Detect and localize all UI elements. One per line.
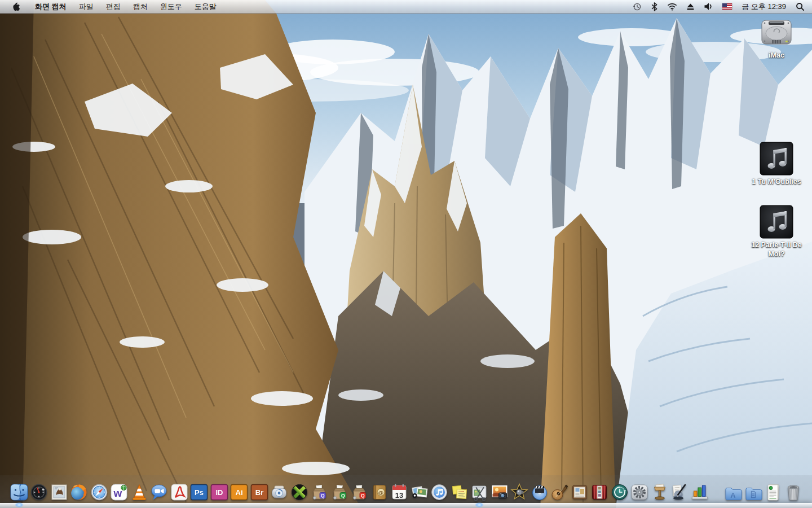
time-machine-menu[interactable] [630, 0, 645, 13]
audio-file-icon [759, 204, 794, 239]
iphoto-icon [410, 483, 429, 502]
svg-text:@: @ [378, 489, 383, 496]
dock-app-itunes[interactable] [429, 479, 449, 503]
dock-app-illustrator[interactable]: Ai [229, 479, 249, 503]
menu-capture[interactable]: 캡처 [127, 0, 154, 13]
dock-app-vlc[interactable] [129, 479, 149, 503]
dock-app-box-q-red[interactable]: Q [349, 479, 369, 503]
input-source-menu[interactable] [720, 0, 735, 13]
menu-help[interactable]: 도움말 [188, 0, 223, 13]
menu-window[interactable]: 윈도우 [154, 0, 188, 13]
dock-app-system-preferences[interactable] [629, 479, 650, 503]
svg-text:Ps: Ps [195, 488, 204, 497]
dock-app-idvd[interactable] [529, 479, 550, 503]
desktop-icon-label: iMac [769, 51, 784, 60]
svg-text:Q: Q [341, 493, 345, 498]
quarkxpress-icon [290, 483, 309, 502]
dock-app-dashboard[interactable] [29, 479, 49, 503]
spotlight-icon [796, 2, 805, 11]
dock-app-pages[interactable] [669, 479, 690, 503]
dock-app-stickies[interactable] [449, 479, 470, 503]
keynote-icon [650, 483, 669, 502]
volume-icon [704, 2, 713, 11]
dock-app-mail[interactable] [49, 479, 69, 503]
dock-app-toast[interactable] [269, 479, 289, 503]
svg-text:13: 13 [395, 491, 403, 500]
dock: w [0, 475, 812, 508]
dock-app-garageband[interactable] [549, 479, 570, 503]
dock-app-iphoto[interactable] [409, 479, 430, 503]
dock-app-imovie[interactable] [509, 479, 529, 503]
dock-app-photo-booth[interactable] [589, 479, 610, 503]
dock-app-quarkxpress[interactable] [289, 479, 310, 503]
menu-clock[interactable]: 금 오후 12:39 [738, 2, 789, 12]
itunes-icon [430, 483, 449, 502]
finder-icon [10, 483, 29, 502]
dock-app-box-q-green[interactable]: Q [329, 479, 350, 503]
dock-app-grab[interactable] [469, 479, 489, 503]
mail-icon [50, 483, 69, 502]
firefox-icon [69, 483, 89, 502]
menu-file[interactable]: 파일 [73, 0, 100, 13]
svg-text:Q: Q [321, 493, 325, 498]
dock-app-photoshop[interactable]: Ps [189, 479, 209, 503]
spotlight-menu[interactable] [793, 0, 807, 13]
dock-app-iweb[interactable] [570, 479, 590, 503]
volume-menu[interactable] [701, 0, 716, 13]
box-q-green-icon: Q [330, 483, 349, 502]
dock-app-image-capture[interactable] [489, 479, 510, 503]
dock-app-acrobat[interactable] [169, 479, 189, 503]
dock-app-time-machine[interactable] [610, 479, 630, 503]
desktop-icon-imac-hd[interactable]: iMac [745, 17, 807, 60]
dock-app-keynote[interactable] [650, 479, 670, 503]
apple-menu[interactable] [7, 0, 29, 13]
box-q-red-icon: Q [350, 483, 369, 502]
wifi-menu[interactable] [664, 0, 680, 13]
grab-icon [470, 483, 489, 502]
photoshop-icon: Ps [189, 483, 209, 502]
us-flag-icon [722, 3, 732, 10]
dock-trash[interactable] [783, 479, 804, 503]
dock-app-address-book[interactable]: @ [369, 479, 390, 503]
desktop-icon-label: 12 Parle-T-Il De Moi? [746, 241, 807, 259]
dock-folder-documents[interactable] [743, 479, 764, 503]
dock-app-numbers[interactable] [690, 479, 710, 503]
dock-app-finder[interactable] [9, 479, 29, 503]
acrobat-icon [170, 483, 189, 502]
desktop-icon-audio-file-1[interactable]: 1 Tu M'Oublies [745, 141, 807, 187]
dock-app-ical[interactable]: 13 [389, 479, 409, 503]
dock-app-bridge[interactable]: Br [249, 479, 270, 503]
dock-app-box-q-purple[interactable]: Q [309, 479, 329, 503]
trash-icon [784, 483, 803, 502]
svg-text:w: w [113, 487, 122, 499]
dock-divider [709, 479, 723, 503]
time-machine-dock-icon [610, 483, 629, 502]
dock-stack-downloads[interactable] [763, 479, 783, 503]
menu-app-name[interactable]: 화면 캡처 [29, 0, 73, 13]
wallpaper-mountains [0, 0, 812, 508]
eject-menu[interactable] [683, 0, 698, 13]
dock-app-wordfast[interactable]: w [109, 479, 129, 503]
dock-app-firefox[interactable] [69, 479, 89, 503]
applications-folder-icon: A [723, 483, 743, 502]
downloads-stack-icon [764, 483, 783, 502]
bluetooth-menu[interactable] [648, 0, 661, 13]
address-book-icon: @ [370, 483, 389, 502]
svg-text:A: A [730, 491, 736, 500]
audio-file-icon [759, 141, 794, 176]
toast-icon [270, 483, 289, 502]
dock-folder-applications[interactable]: A [723, 479, 743, 503]
desktop-icon-audio-file-2[interactable]: 12 Parle-T-Il De Moi? [745, 204, 807, 259]
wifi-icon [667, 2, 677, 11]
menu-bar: 화면 캡처 파일 편집 캡처 윈도우 도움말 [0, 0, 812, 14]
dock-app-indesign[interactable]: ID [209, 479, 230, 503]
documents-folder-icon [744, 483, 763, 502]
iweb-icon [570, 483, 589, 502]
image-capture-icon [490, 483, 509, 502]
dashboard-icon [29, 483, 48, 502]
svg-text:Ai: Ai [236, 488, 243, 497]
dock-app-ichat[interactable] [149, 479, 169, 503]
menu-edit[interactable]: 편집 [100, 0, 127, 13]
dock-app-safari[interactable] [89, 479, 109, 503]
photo-booth-icon [590, 483, 609, 502]
